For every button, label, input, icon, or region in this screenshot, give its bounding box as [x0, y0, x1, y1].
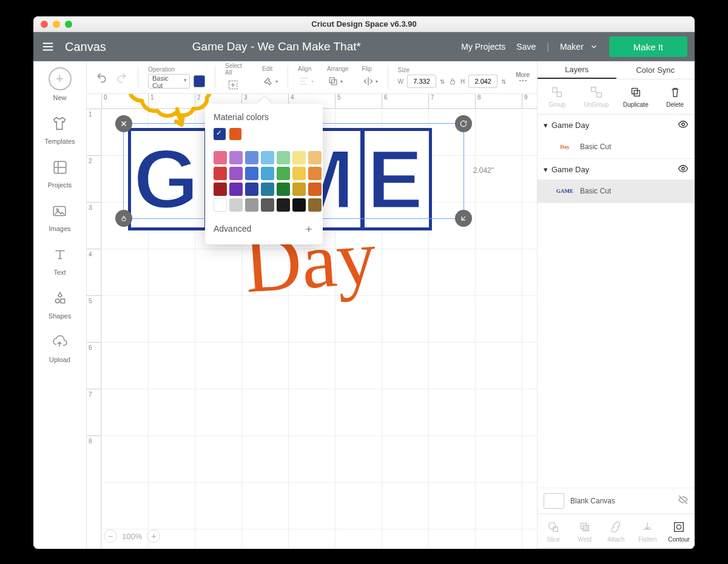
arrange-button[interactable]: ▾	[327, 73, 343, 89]
svg-rect-10	[553, 88, 557, 92]
rail-new[interactable]: +New	[49, 67, 72, 101]
rail-templates[interactable]: Templates	[44, 113, 75, 145]
palette-swatch[interactable]	[308, 183, 322, 196]
palette-swatch[interactable]	[277, 167, 290, 180]
palette-swatch[interactable]	[308, 167, 322, 180]
palette-swatch[interactable]	[261, 198, 274, 212]
palette-swatch[interactable]	[308, 151, 322, 164]
palette-swatch[interactable]	[214, 151, 227, 164]
material-swatch[interactable]	[214, 128, 226, 140]
tool-delete[interactable]: Delete	[655, 79, 695, 114]
make-it-button[interactable]: Make It	[609, 36, 687, 57]
select-all-button[interactable]	[225, 77, 241, 93]
palette-swatch[interactable]	[292, 198, 306, 212]
zoom-in-button[interactable]: +	[147, 529, 160, 543]
palette-swatch[interactable]	[245, 183, 258, 196]
eye-icon[interactable]	[678, 163, 689, 176]
select-all-label: Select All	[225, 62, 249, 76]
palette-swatch[interactable]	[308, 198, 322, 212]
palette-swatch[interactable]	[292, 151, 306, 164]
ruler-tick: 3	[87, 202, 101, 249]
my-projects-link[interactable]: My Projects	[461, 42, 505, 52]
align-button[interactable]: ▾	[298, 73, 314, 89]
lock-icon[interactable]	[448, 77, 457, 86]
palette-swatch[interactable]	[245, 167, 258, 180]
plus-icon: +	[49, 67, 72, 90]
scale-handle[interactable]	[455, 210, 472, 227]
undo-button[interactable]	[94, 70, 110, 86]
plus-icon[interactable]: ＋	[303, 221, 314, 236]
palette-swatch[interactable]	[261, 151, 274, 164]
grid-icon	[50, 157, 70, 178]
save-link[interactable]: Save	[516, 42, 536, 52]
rail-label: Projects	[48, 181, 72, 189]
rail-text[interactable]: Text	[50, 244, 70, 276]
layer-item[interactable]: DayBasic Cut	[538, 135, 695, 158]
tool-duplicate[interactable]: Duplicate	[616, 79, 656, 114]
material-swatch[interactable]	[229, 128, 241, 140]
palette-swatch[interactable]	[277, 183, 290, 196]
palette-swatch[interactable]	[292, 183, 306, 196]
rail-projects[interactable]: Projects	[48, 157, 72, 189]
svg-rect-6	[329, 78, 334, 82]
palette-swatch[interactable]	[277, 198, 290, 212]
palette-swatch[interactable]	[229, 183, 243, 196]
palette-swatch[interactable]	[261, 183, 274, 196]
zoom-out-button[interactable]: −	[104, 529, 117, 543]
visibility-off-icon[interactable]	[678, 494, 689, 508]
palette-swatch[interactable]	[229, 198, 243, 212]
palette-swatch[interactable]	[214, 198, 227, 212]
menu-button[interactable]	[33, 32, 62, 61]
rail-upload[interactable]: Upload	[49, 332, 70, 363]
svg-point-17	[682, 167, 685, 170]
operation-select[interactable]: Basic Cut	[148, 74, 190, 89]
close-window-button[interactable]	[41, 21, 48, 28]
blank-canvas-row[interactable]: Blank Canvas	[538, 488, 695, 514]
operation-color-swatch[interactable]	[194, 75, 205, 87]
flip-button[interactable]: ▾	[362, 73, 378, 89]
palette-swatch[interactable]	[292, 167, 306, 180]
canvas-area[interactable]: 0123456789 12345678 GAME Day 2.042" Mate…	[87, 94, 537, 549]
machine-select[interactable]: Maker	[560, 42, 598, 52]
advanced-toggle[interactable]: Advanced	[214, 224, 251, 233]
selection-dimension: 2.042"	[473, 166, 494, 175]
svg-point-18	[549, 522, 556, 529]
zoom-window-button[interactable]	[65, 21, 72, 28]
tool-flatten[interactable]: Flatten	[632, 514, 663, 548]
tab-layers[interactable]: Layers	[538, 61, 616, 79]
tool-slice[interactable]: Slice	[538, 514, 569, 548]
tab-colorsync[interactable]: Color Sync	[616, 61, 695, 79]
ruler-tick: 0	[101, 94, 148, 108]
palette-swatch[interactable]	[261, 167, 274, 180]
palette-swatch[interactable]	[214, 183, 227, 196]
redo-button[interactable]	[113, 70, 129, 86]
eye-icon[interactable]	[678, 119, 689, 132]
palette-swatch[interactable]	[245, 151, 258, 164]
lock-handle[interactable]	[115, 210, 132, 227]
palette-swatch[interactable]	[229, 151, 243, 164]
palette-swatch[interactable]	[277, 151, 290, 164]
more-button[interactable]: More⋯	[516, 72, 532, 83]
tool-contour[interactable]: Contour	[663, 514, 695, 548]
edit-button[interactable]: ▾	[262, 73, 278, 89]
palette-swatch[interactable]	[214, 167, 227, 180]
rail-shapes[interactable]: Shapes	[49, 288, 71, 320]
tool-weld[interactable]: Weld	[569, 514, 601, 548]
project-title[interactable]: Game Day - We Can Make That*	[192, 40, 361, 53]
delete-handle[interactable]	[115, 115, 132, 132]
minimize-window-button[interactable]	[53, 21, 60, 28]
slice-icon	[547, 520, 560, 534]
rail-images[interactable]: Images	[49, 201, 70, 232]
layer-group-header[interactable]: ▾Game Day	[538, 159, 695, 180]
tool-attach[interactable]: Attach	[601, 514, 632, 548]
ruler-tick: 5	[87, 295, 101, 342]
width-input[interactable]	[407, 75, 436, 88]
palette-swatch[interactable]	[229, 167, 243, 180]
palette-swatch[interactable]	[245, 198, 258, 212]
tool-ungroup[interactable]: UnGroup	[577, 79, 616, 114]
tool-group[interactable]: Group	[538, 79, 577, 114]
layer-group-header[interactable]: ▾Game Day	[538, 115, 695, 135]
layer-item[interactable]: GAMEBasic Cut	[538, 180, 695, 203]
rotate-handle[interactable]	[455, 115, 472, 132]
height-input[interactable]	[468, 75, 497, 88]
